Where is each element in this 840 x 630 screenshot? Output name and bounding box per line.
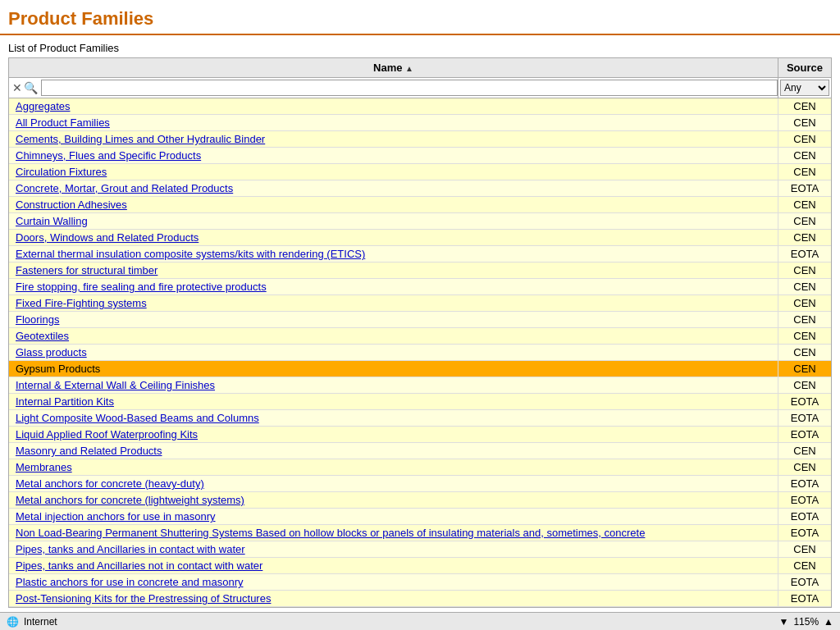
row-source: CEN <box>778 558 831 573</box>
row-name-link[interactable]: Fixed Fire-Fighting systems <box>9 295 778 311</box>
row-source: CEN <box>778 328 831 344</box>
table-row: Pipes, tanks and Ancillaries in contact … <box>9 541 831 558</box>
table-header: Name ▲ Source <box>9 58 831 78</box>
row-source: EOTA <box>778 427 831 442</box>
table-row: Chimneys, Flues and Specific ProductsCEN <box>9 148 831 164</box>
name-filter-input[interactable] <box>41 80 778 96</box>
row-name-link[interactable]: Plastic anchors for use in concrete and … <box>9 574 778 590</box>
row-name-link[interactable]: Pipes, tanks and Ancillaries in contact … <box>9 541 778 557</box>
row-name-link[interactable]: Post-Tensioning Kits for the Prestressin… <box>9 591 778 606</box>
row-source: CEN <box>778 443 831 459</box>
table-row: GeotextilesCEN <box>9 328 831 345</box>
page-title: Product Families <box>0 0 840 35</box>
list-label: List of Product Families <box>0 35 840 57</box>
row-source: CEN <box>778 164 831 180</box>
row-name-link[interactable]: All Product Families <box>9 115 778 130</box>
table-body: AggregatesCENAll Product FamiliesCENCeme… <box>9 98 831 607</box>
name-header-label: Name <box>373 62 402 74</box>
row-source: EOTA <box>778 180 831 196</box>
table-row: MembranesCEN <box>9 459 831 476</box>
row-source: CEN <box>778 377 831 393</box>
row-name-link[interactable]: Glass products <box>9 345 778 360</box>
row-name-link[interactable]: External thermal insulation composite sy… <box>9 246 778 262</box>
table-row: Pipes, tanks and Ancillaries not in cont… <box>9 558 831 574</box>
table-row: Glass productsCEN <box>9 345 831 361</box>
table-row: Post-Tensioning Kits for the Prestressin… <box>9 591 831 607</box>
row-source: CEN <box>778 279 831 294</box>
row-name-link[interactable]: Internal & External Wall & Ceiling Finis… <box>9 377 778 393</box>
row-name-link[interactable]: Doors, Windows and Related Products <box>9 230 778 245</box>
row-name-link[interactable]: Light Composite Wood-Based Beams and Col… <box>9 410 778 426</box>
row-name-link[interactable]: Masonry and Related Products <box>9 443 778 459</box>
row-name-link[interactable]: Floorings <box>9 312 778 327</box>
table-row: Internal Partition KitsEOTA <box>9 394 831 410</box>
row-source: CEN <box>778 262 831 278</box>
row-source: CEN <box>778 131 831 147</box>
row-name-link[interactable]: Gypsum Products <box>9 361 778 377</box>
table-row: Metal anchors for concrete (lightweight … <box>9 492 831 509</box>
table-row: Concrete, Mortar, Grout and Related Prod… <box>9 180 831 197</box>
row-source: CEN <box>778 213 831 229</box>
row-name-link[interactable]: Liquid Applied Roof Waterproofing Kits <box>9 427 778 442</box>
table-row: Construction AdhesivesCEN <box>9 197 831 213</box>
table-row: Plastic anchors for use in concrete and … <box>9 574 831 591</box>
main-table: Name ▲ Source ✕ 🔍 Any CEN EOTA Aggregate… <box>8 57 832 608</box>
row-name-link[interactable]: Construction Adhesives <box>9 197 778 212</box>
table-row: Doors, Windows and Related ProductsCEN <box>9 230 831 246</box>
table-row: External thermal insulation composite sy… <box>9 246 831 262</box>
clear-filter-icon[interactable]: ✕ <box>12 81 22 94</box>
row-name-link[interactable]: Metal anchors for concrete (lightweight … <box>9 492 778 508</box>
source-filter-container: Any CEN EOTA <box>778 78 831 98</box>
table-row: Liquid Applied Roof Waterproofing KitsEO… <box>9 427 831 443</box>
row-name-link[interactable]: Fasteners for structural timber <box>9 262 778 278</box>
row-source: EOTA <box>778 492 831 508</box>
source-filter-select[interactable]: Any CEN EOTA <box>780 80 829 96</box>
column-header-name[interactable]: Name ▲ <box>9 58 778 77</box>
row-name-link[interactable]: Pipes, tanks and Ancillaries not in cont… <box>9 558 778 573</box>
row-name-link[interactable]: Metal injection anchors for use in mason… <box>9 509 778 524</box>
row-source: CEN <box>778 541 831 557</box>
table-row: Non Load-Bearing Permanent Shuttering Sy… <box>9 525 831 541</box>
column-header-source[interactable]: Source <box>778 58 831 77</box>
table-row: Internal & External Wall & Ceiling Finis… <box>9 377 831 394</box>
table-row: Cements, Building Limes and Other Hydrau… <box>9 131 831 148</box>
table-row: Metal injection anchors for use in mason… <box>9 509 831 525</box>
row-source: EOTA <box>778 410 831 426</box>
table-row: Masonry and Related ProductsCEN <box>9 443 831 459</box>
table-row: FlooringsCEN <box>9 312 831 328</box>
row-source: EOTA <box>778 574 831 590</box>
row-source: CEN <box>778 197 831 212</box>
row-name-link[interactable]: Curtain Walling <box>9 213 778 229</box>
row-source: CEN <box>778 345 831 360</box>
filter-icons: ✕ 🔍 <box>9 80 41 96</box>
row-name-link[interactable]: Aggregates <box>9 98 778 114</box>
row-source: CEN <box>778 230 831 245</box>
table-row: Circulation FixturesCEN <box>9 164 831 180</box>
row-source: EOTA <box>778 509 831 524</box>
row-name-link[interactable]: Chimneys, Flues and Specific Products <box>9 148 778 163</box>
row-name-link[interactable]: Circulation Fixtures <box>9 164 778 180</box>
row-name-link[interactable]: Metal anchors for concrete (heavy-duty) <box>9 476 778 491</box>
row-source: CEN <box>778 295 831 311</box>
row-source: CEN <box>778 98 831 114</box>
row-name-link[interactable]: Internal Partition Kits <box>9 394 778 409</box>
row-source: EOTA <box>778 476 831 491</box>
table-row: Gypsum ProductsCEN <box>9 361 831 377</box>
row-source: CEN <box>778 312 831 327</box>
row-name-link[interactable]: Membranes <box>9 459 778 475</box>
table-row: All Product FamiliesCEN <box>9 115 831 131</box>
table-row: AggregatesCEN <box>9 98 831 115</box>
table-row: Curtain WallingCEN <box>9 213 831 230</box>
table-row: Light Composite Wood-Based Beams and Col… <box>9 410 831 427</box>
sort-arrow-icon: ▲ <box>405 64 413 73</box>
row-name-link[interactable]: Fire stopping, fire sealing and fire pro… <box>9 279 778 294</box>
row-source: EOTA <box>778 394 831 409</box>
filter-row: ✕ 🔍 Any CEN EOTA <box>9 78 831 98</box>
row-name-link[interactable]: Geotextiles <box>9 328 778 344</box>
row-name-link[interactable]: Cements, Building Limes and Other Hydrau… <box>9 131 778 147</box>
search-icon[interactable]: 🔍 <box>24 81 38 94</box>
table-row: Fasteners for structural timberCEN <box>9 262 831 279</box>
row-name-link[interactable]: Concrete, Mortar, Grout and Related Prod… <box>9 180 778 196</box>
row-source: EOTA <box>778 591 831 606</box>
row-name-link[interactable]: Non Load-Bearing Permanent Shuttering Sy… <box>9 525 778 541</box>
